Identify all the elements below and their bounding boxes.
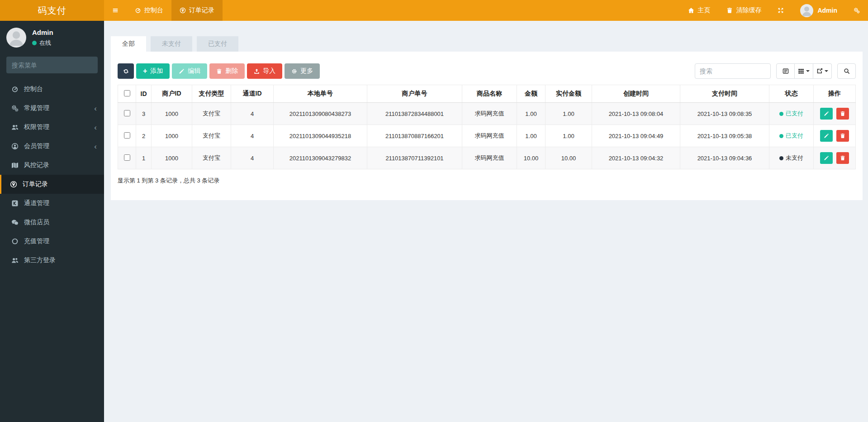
trash-icon	[840, 155, 845, 161]
user-circle-icon	[11, 143, 19, 150]
person-icon	[6, 28, 26, 48]
row-delete-button[interactable]	[836, 130, 849, 142]
chevron-left-icon: ‹	[94, 105, 97, 112]
col-id: ID	[136, 85, 152, 103]
table-search-input[interactable]	[695, 63, 771, 79]
caret-down-icon	[806, 70, 810, 72]
gauge-icon	[11, 86, 19, 93]
sidebar-item-members[interactable]: 会员管理 ‹	[0, 137, 104, 156]
status-dot-icon	[779, 156, 783, 160]
cell-merchant-id: 1000	[152, 125, 192, 147]
col-local-no: 本地单号	[274, 85, 367, 103]
cell-channel-id: 4	[231, 125, 274, 147]
col-merchant-id: 商户ID	[152, 85, 192, 103]
row-checkbox[interactable]	[124, 154, 130, 161]
row-edit-button[interactable]	[820, 152, 833, 164]
sidebar-toggle-button[interactable]	[104, 0, 127, 21]
sidebar-item-risk-records[interactable]: 风控记录	[0, 156, 104, 175]
fullscreen-button[interactable]	[769, 0, 792, 21]
sidebar-item-channels[interactable]: 通道管理	[0, 194, 104, 213]
clear-cache-button[interactable]: 清除缓存	[718, 0, 769, 21]
sidebar-item-order-records[interactable]: 订单记录	[0, 175, 104, 194]
status-badge: 已支付	[779, 132, 803, 140]
chevron-left-icon: ‹	[94, 124, 97, 131]
status-badge: 未支付	[779, 154, 803, 162]
col-created: 创建时间	[592, 85, 680, 103]
cell-local-no: 2021101309044935218	[274, 125, 367, 147]
table-row: 2 1000 支付宝 4 2021101309044935218 2110138…	[118, 125, 856, 147]
refresh-icon	[123, 68, 129, 74]
col-paid-amount: 实付金额	[545, 85, 592, 103]
cell-local-no: 2021101309043279832	[274, 147, 367, 169]
topnav-orders-label: 订单记录	[189, 6, 214, 14]
sidebar-item-general[interactable]: 常规管理 ‹	[0, 99, 104, 118]
edit-button[interactable]: 编辑	[172, 63, 207, 79]
brand-title: 码支付	[38, 5, 66, 17]
tab-all[interactable]: 全部	[111, 36, 146, 52]
tab-paid[interactable]: 已支付	[197, 36, 238, 52]
select-all-cell	[118, 85, 136, 103]
home-label: 主页	[697, 6, 710, 14]
avatar	[800, 4, 813, 17]
pencil-icon	[824, 111, 829, 116]
cell-id: 3	[136, 103, 152, 125]
export-icon	[816, 68, 823, 74]
delete-button[interactable]: 删除	[209, 63, 245, 79]
top-navbar: 码支付 控制台 订单记录 主页 清除缓存 Admin	[0, 0, 868, 21]
cell-merchant-id: 1000	[152, 103, 192, 125]
tab-unpaid[interactable]: 未支付	[151, 36, 192, 52]
caret-down-icon	[825, 70, 828, 72]
sidebar-item-console[interactable]: 控制台	[0, 80, 104, 99]
cell-local-no: 2021101309080438273	[274, 103, 367, 125]
pencil-icon	[179, 68, 185, 74]
cell-product: 求码网充值	[462, 103, 517, 125]
sidebar-item-third-party-login[interactable]: 第三方登录	[0, 251, 104, 270]
row-checkbox[interactable]	[124, 132, 130, 139]
row-delete-button[interactable]	[836, 152, 849, 164]
home-button[interactable]: 主页	[680, 0, 718, 21]
columns-button[interactable]	[795, 63, 813, 79]
topnav-console[interactable]: 控制台	[127, 0, 171, 21]
cell-created: 2021-10-13 09:08:04	[592, 103, 680, 125]
cogs-icon	[854, 7, 860, 14]
import-button[interactable]: 导入	[247, 63, 282, 79]
trash-icon	[216, 68, 222, 74]
sidebar-item-label: 控制台	[24, 85, 43, 93]
home-icon	[688, 7, 694, 14]
cell-paid-amount: 1.00	[545, 103, 592, 125]
sidebar-item-label: 风控记录	[24, 161, 49, 169]
status-label: 已支付	[786, 110, 803, 118]
settings-button[interactable]	[845, 0, 868, 21]
admin-label: Admin	[817, 7, 837, 14]
row-edit-button[interactable]	[820, 130, 833, 142]
sidebar-search-input[interactable]	[12, 62, 94, 69]
select-all-checkbox[interactable]	[124, 90, 130, 96]
row-checkbox[interactable]	[124, 110, 130, 116]
refresh-button[interactable]	[118, 63, 134, 79]
admin-menu[interactable]: Admin	[792, 0, 845, 21]
add-button[interactable]: + 添加	[136, 63, 170, 79]
cell-created: 2021-10-13 09:04:49	[592, 125, 680, 147]
table-header-row: ID 商户ID 支付类型 通道ID 本地单号 商户单号 商品名称 金额 实付金额…	[118, 85, 856, 103]
detail-view-button[interactable]	[776, 63, 795, 79]
users-icon	[11, 257, 19, 264]
sidebar: Admin 在线 控制台 常规管理 ‹ 权限管理	[0, 21, 104, 422]
topnav-orders[interactable]: 订单记录	[171, 0, 223, 21]
user-status-label: 在线	[39, 39, 51, 47]
export-button[interactable]	[813, 63, 832, 79]
row-edit-button[interactable]	[820, 108, 833, 120]
pencil-icon	[824, 155, 829, 161]
row-delete-button[interactable]	[836, 108, 849, 120]
more-button[interactable]: 更多	[285, 63, 320, 79]
sidebar-item-label: 权限管理	[24, 123, 49, 131]
cell-status: 未支付	[769, 147, 814, 169]
sidebar-item-permissions[interactable]: 权限管理 ‹	[0, 118, 104, 137]
map-icon	[11, 162, 19, 169]
sidebar-item-wechat-clerk[interactable]: 微信店员	[0, 213, 104, 232]
user-status: 在线	[32, 39, 53, 47]
status-dot-icon	[779, 134, 783, 138]
search-toggle-button[interactable]	[837, 63, 856, 79]
col-merchant-no: 商户单号	[367, 85, 462, 103]
pagination-summary: 显示第 1 到第 3 条记录，总共 3 条记录	[118, 177, 856, 185]
sidebar-item-recharge[interactable]: 充值管理	[0, 232, 104, 251]
